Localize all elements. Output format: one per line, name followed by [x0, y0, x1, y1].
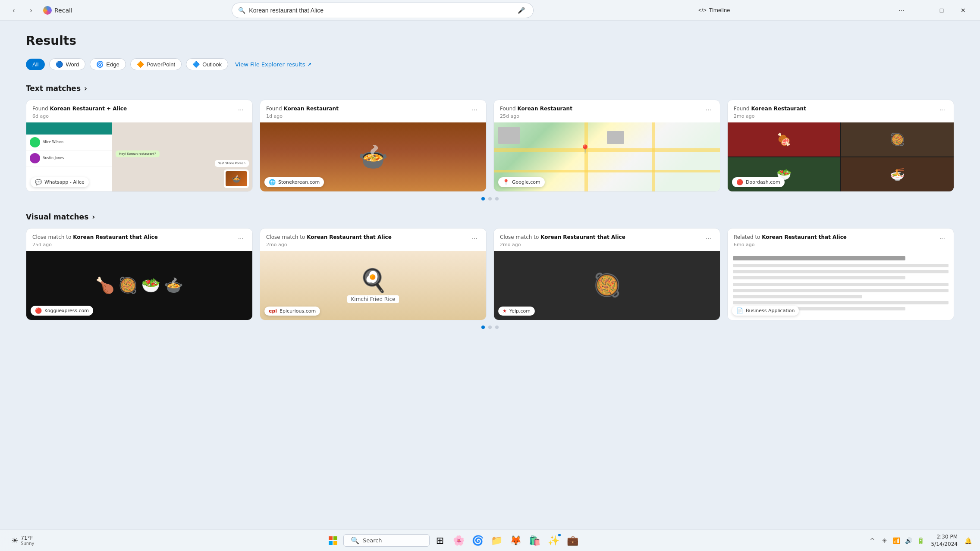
vcard-1-image-container: 🍗 🥘 🥗 🍲 🔴 Koggiiexpress.com — [26, 251, 252, 320]
close-button[interactable]: ✕ — [953, 3, 973, 17]
visual-matches-label: Visual matches — [26, 213, 88, 221]
notification-bell-icon[interactable]: 🔔 — [963, 535, 973, 546]
filter-word[interactable]: 🔵 Word — [49, 58, 85, 70]
fried-rice-emoji: 🍳 — [359, 267, 387, 294]
weather-info: 71°F Sunny — [21, 535, 34, 546]
network-tray-icon[interactable]: 📶 — [891, 535, 901, 546]
text-match-card-2[interactable]: Found Korean Restaurant 1d ago ··· 🌐 Sto… — [260, 100, 487, 192]
filter-edge[interactable]: 🌀 Edge — [90, 58, 126, 70]
text-matches-header[interactable]: Text matches › — [26, 84, 954, 93]
taskbar-search-icon: 🔍 — [351, 536, 359, 545]
dot-1 — [481, 197, 485, 200]
text-matches-label: Text matches — [26, 84, 81, 93]
maximize-button[interactable]: □ — [932, 3, 952, 17]
more-options-button[interactable]: ··· — [895, 3, 908, 17]
forward-button[interactable]: › — [24, 3, 38, 17]
wa-bubble-recv-1: Hey! Korean restaurant? — [116, 150, 159, 157]
visual-match-card-2[interactable]: Close match to Korean Restaurant that Al… — [260, 228, 487, 320]
food-emoji-1: 🍗 — [95, 276, 115, 294]
file-explorer-link[interactable]: View File Explorer results ↗ — [235, 61, 312, 68]
store-taskbar-icon: 🛍️ — [529, 535, 540, 546]
card-3-source-badge: 📍 Google.com — [498, 177, 545, 187]
filter-powerpoint-label: PowerPoint — [147, 61, 175, 68]
food-cell-4: 🍜 — [841, 157, 954, 191]
doc-line-4 — [733, 283, 949, 286]
visual-match-card-1[interactable]: Close match to Korean Restaurant that Al… — [26, 228, 253, 320]
kimchi-label: Kimchi Fried Rice — [347, 295, 399, 303]
vcard-4-info: Related to Korean Restaurant that Alice … — [734, 234, 847, 247]
doc-line-2 — [733, 270, 949, 273]
vcard-3-more-button[interactable]: ··· — [703, 234, 714, 243]
back-button[interactable]: ‹ — [7, 3, 21, 17]
microphone-button[interactable]: 🎤 — [515, 4, 527, 16]
text-match-card-1[interactable]: Found Korean Restaurant + Alice 6d ago ·… — [26, 100, 253, 192]
vcard-1-more-button[interactable]: ··· — [236, 234, 246, 243]
store-taskbar-button[interactable]: 🛍️ — [526, 532, 543, 549]
weather-temp: 71°F — [21, 535, 34, 541]
firefox-taskbar-icon: 🦊 — [510, 535, 521, 546]
explorer-taskbar-button[interactable]: 📁 — [488, 532, 506, 549]
vcard-2-source-badge: epi Epicurious.com — [264, 307, 320, 316]
vcard-2-info: Close match to Korean Restaurant that Al… — [266, 234, 392, 247]
card-3-source: Google.com — [512, 179, 540, 185]
vcard-1-header: Close match to Korean Restaurant that Al… — [26, 229, 252, 251]
window-controls: ··· – □ ✕ — [895, 3, 973, 17]
card-2-header: Found Korean Restaurant 1d ago ··· — [260, 100, 486, 122]
filter-all-label: All — [32, 61, 38, 68]
taskbar-search-box[interactable]: 🔍 Search — [343, 534, 430, 547]
card-1-more-button[interactable]: ··· — [236, 105, 246, 115]
vcard-2-more-button[interactable]: ··· — [469, 234, 480, 243]
vcard-4-prefix: Related to — [734, 234, 762, 240]
volume-tray-icon[interactable]: 🔊 — [903, 535, 914, 546]
teams-taskbar-button[interactable]: 💼 — [564, 532, 581, 549]
text-match-card-3[interactable]: Found Korean Restaurant 25d ago ··· — [493, 100, 720, 192]
brightness-tray-icon[interactable]: ☀ — [879, 535, 889, 546]
task-view-button[interactable]: ⊞ — [431, 532, 449, 549]
text-match-card-4[interactable]: Found Korean Restaurant 2mo ago ··· 🍖 🥘 … — [727, 100, 954, 192]
card-1-source-badge: 💬 Whatsapp - Alice — [31, 177, 89, 187]
wa-contact-name-2: Austin Jones — [43, 156, 64, 160]
vcard-4-more-button[interactable]: ··· — [937, 234, 948, 243]
card-2-prefix: Found — [266, 106, 283, 112]
vcard-4-term: Korean Restaurant that Alice — [762, 234, 847, 240]
edge-taskbar-button[interactable]: 🌀 — [469, 532, 487, 549]
wa-sidebar-top — [26, 122, 112, 135]
widgets-button[interactable]: 🌸 — [450, 532, 468, 549]
vcard-3-prefix: Close match to — [500, 234, 540, 240]
taskbar-right: ^ ☀ 📶 🔊 🔋 2:30 PM 5/14/2024 🔔 — [867, 533, 973, 548]
main-content: Results All 🔵 Word 🌀 Edge 🔶 PowerPoint 🔷… — [0, 21, 980, 529]
battery-tray-icon[interactable]: 🔋 — [915, 535, 926, 546]
vcard-3-image-container: 🥘 ★ Yelp.com — [494, 251, 720, 320]
card-4-source-badge: 🔴 Doordash.com — [732, 177, 785, 187]
search-input[interactable] — [249, 7, 512, 14]
wa-bubble-sent-1: Yes! Stone Korean — [215, 160, 249, 167]
vcard-2-time: 2mo ago — [266, 242, 392, 247]
google-source-icon: 📍 — [503, 179, 509, 185]
vdot-3 — [495, 326, 499, 329]
vcard-2-source: Epicurious.com — [280, 308, 316, 314]
system-clock[interactable]: 2:30 PM 5/14/2024 — [927, 533, 961, 548]
start-button[interactable] — [324, 532, 342, 549]
card-1-term: Korean Restaurant + Alice — [50, 106, 127, 112]
chevron-up-tray[interactable]: ^ — [867, 535, 877, 546]
card-2-more-button[interactable]: ··· — [469, 105, 480, 115]
powerpoint-icon: 🔶 — [137, 61, 144, 68]
visual-match-card-3[interactable]: Close match to Korean Restaurant that Al… — [493, 228, 720, 320]
timeline-button[interactable]: </> Timeline — [693, 4, 735, 16]
vcard-1-found-text: Close match to Korean Restaurant that Al… — [32, 234, 158, 241]
card-4-time: 2mo ago — [734, 113, 806, 119]
visual-match-card-4[interactable]: Related to Korean Restaurant that Alice … — [727, 228, 954, 320]
minimize-button[interactable]: – — [910, 3, 930, 17]
card-3-more-button[interactable]: ··· — [703, 105, 714, 115]
recall-taskbar-button[interactable]: ✨ — [545, 532, 562, 549]
weather-widget[interactable]: ☀️ 71°F Sunny — [7, 533, 38, 548]
filter-powerpoint[interactable]: 🔶 PowerPoint — [130, 58, 182, 70]
filter-all[interactable]: All — [26, 59, 45, 70]
app-name: Recall — [54, 7, 72, 14]
firefox-taskbar-button[interactable]: 🦊 — [507, 532, 525, 549]
visual-matches-header[interactable]: Visual matches › — [26, 213, 954, 221]
search-bar[interactable]: 🔍 🎤 — [232, 3, 534, 18]
recall-notification-dot — [558, 534, 561, 536]
card-4-more-button[interactable]: ··· — [937, 105, 948, 115]
filter-outlook[interactable]: 🔷 Outlook — [186, 58, 228, 70]
